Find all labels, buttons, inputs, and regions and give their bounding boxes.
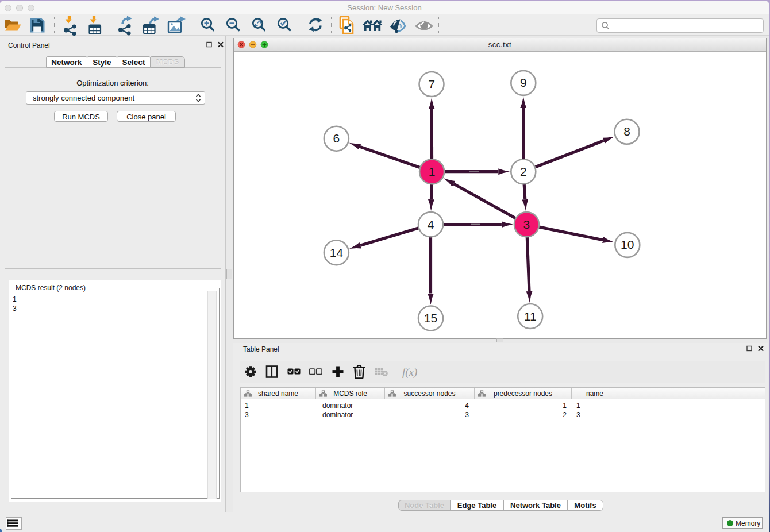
svg-text:10: 10 [621, 238, 634, 251]
svg-text:8: 8 [623, 125, 630, 138]
svg-text:7: 7 [428, 78, 435, 91]
svg-text:14: 14 [330, 246, 344, 259]
svg-text:4: 4 [428, 218, 434, 231]
svg-text:11: 11 [524, 310, 537, 323]
svg-text:2: 2 [520, 165, 527, 178]
svg-text:f(x): f(x) [402, 366, 417, 379]
svg-text:1: 1 [429, 165, 436, 178]
svg-text:3: 3 [523, 218, 530, 231]
svg-text:6: 6 [333, 132, 340, 145]
svg-text:9: 9 [520, 76, 527, 89]
svg-text:15: 15 [424, 311, 437, 325]
